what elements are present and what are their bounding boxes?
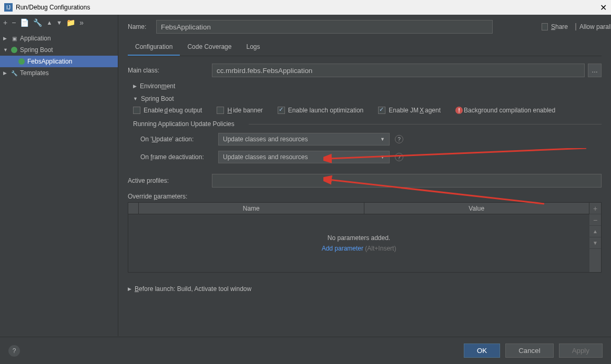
override-params-label: Override parameters: xyxy=(128,193,602,200)
chevron-right-icon: ▶ xyxy=(3,70,8,76)
share-checkbox[interactable]: SSharehare xyxy=(542,23,568,30)
add-icon[interactable]: + xyxy=(3,18,7,27)
table-side-buttons: + − ▲ ▼ xyxy=(589,203,601,272)
springboot-icon xyxy=(11,46,18,54)
config-tree: ▶ ▣ Application ▼ Spring Boot FebsApplic… xyxy=(0,30,118,81)
apply-button[interactable]: Apply xyxy=(559,344,603,358)
empty-message: No parameters added. xyxy=(328,234,390,242)
chevron-right-icon: ▶ xyxy=(3,36,8,41)
help-icon[interactable]: ? xyxy=(395,135,403,143)
chevron-down-icon: ▼ xyxy=(380,137,385,142)
expand-icon[interactable]: » xyxy=(79,18,84,27)
chevron-right-icon: ▶ xyxy=(133,84,137,89)
titlebar: IJ Run/Debug Configurations ✕ xyxy=(0,0,611,15)
app-icon: IJ xyxy=(4,3,13,12)
tree-springboot[interactable]: ▼ Spring Boot xyxy=(0,44,118,56)
table-add-button[interactable]: + xyxy=(589,203,601,214)
active-profiles-label: Active profiles: xyxy=(128,177,212,184)
warning-icon: ! xyxy=(455,107,463,114)
on-frame-label: On frame deactivation: xyxy=(140,153,218,161)
up-icon[interactable]: ▲ xyxy=(46,19,52,26)
tabs: Configuration Code Coverage Logs xyxy=(128,39,602,56)
tree-application[interactable]: ▶ ▣ Application xyxy=(0,33,118,44)
footer-help-button[interactable]: ? xyxy=(8,345,20,357)
table-value-header: Value xyxy=(364,203,590,214)
close-icon[interactable]: ✕ xyxy=(600,3,607,13)
content-panel: Name: SSharehare Allow parallel run Conf… xyxy=(118,15,611,336)
chevron-down-icon: ▼ xyxy=(3,47,8,53)
params-table: Name Value No parameters added. Add para… xyxy=(128,202,602,273)
window-title: Run/Debug Configurations xyxy=(16,4,90,11)
remove-icon[interactable]: − xyxy=(12,18,16,27)
tab-coverage[interactable]: Code Coverage xyxy=(180,39,239,56)
sidebar: + − 📄 🔧 ▲ ▼ 📁 » ▶ ▣ Application ▼ Sprin xyxy=(0,15,118,336)
on-update-label: On 'Update' action: xyxy=(140,136,218,143)
add-param-hint: (Alt+Insert) xyxy=(365,245,396,252)
table-checkbox-col xyxy=(128,203,139,214)
application-icon: ▣ xyxy=(11,35,18,42)
settings-icon[interactable]: 🔧 xyxy=(33,18,42,27)
table-up-button[interactable]: ▲ xyxy=(589,226,601,237)
main-class-label: Main class: xyxy=(128,67,212,74)
debug-checkbox[interactable]: Enable debug output xyxy=(133,107,202,114)
main-class-input[interactable] xyxy=(212,64,585,77)
springboot-section[interactable]: ▼ Spring Boot xyxy=(133,95,602,102)
table-down-button[interactable]: ▼ xyxy=(589,237,601,249)
name-input[interactable] xyxy=(156,20,493,34)
chevron-right-icon: ▶ xyxy=(128,286,131,292)
copy-icon[interactable]: 📄 xyxy=(20,18,29,27)
tab-configuration[interactable]: Configuration xyxy=(128,39,180,56)
down-icon[interactable]: ▼ xyxy=(56,19,62,26)
cancel-button[interactable]: Cancel xyxy=(505,344,554,358)
table-remove-button[interactable]: − xyxy=(589,214,601,226)
chevron-down-icon: ▼ xyxy=(380,154,385,160)
on-frame-select[interactable]: Update classes and resources▼ xyxy=(218,151,390,163)
footer: ? OK Cancel Apply xyxy=(0,337,611,364)
policies-label: Running Application Update Policies xyxy=(133,120,602,128)
add-parameter-link[interactable]: Add parameter xyxy=(322,245,363,252)
folder-icon[interactable]: 📁 xyxy=(66,18,75,27)
jmx-checkbox[interactable]: Enable JMX agent xyxy=(378,107,441,114)
on-update-select[interactable]: Update classes and resources▼ xyxy=(218,133,390,145)
name-label: Name: xyxy=(128,23,154,30)
chevron-down-icon: ▼ xyxy=(133,96,138,101)
wrench-icon: 🔧 xyxy=(11,69,18,77)
bg-compile-warning: ! Background compilation enabled xyxy=(455,107,555,114)
springboot-icon xyxy=(18,58,25,65)
help-icon[interactable]: ? xyxy=(395,153,403,161)
hidebanner-checkbox[interactable]: Hide banner xyxy=(217,107,262,114)
browse-button[interactable]: … xyxy=(588,64,602,77)
environment-section[interactable]: ▶ Environment xyxy=(133,82,602,90)
sidebar-toolbar: + − 📄 🔧 ▲ ▼ 📁 » xyxy=(0,15,118,30)
ok-button[interactable]: OK xyxy=(464,344,500,358)
tab-logs[interactable]: Logs xyxy=(239,39,267,56)
table-name-header: Name xyxy=(139,203,364,214)
parallel-checkbox[interactable]: Allow parallel run xyxy=(575,23,602,30)
active-profiles-input[interactable] xyxy=(212,174,602,188)
tree-templates[interactable]: ▶ 🔧 Templates xyxy=(0,67,118,79)
tree-febsapp[interactable]: FebsApplication xyxy=(0,56,118,67)
before-launch-section[interactable]: ▶ Before launch: Build, Activate tool wi… xyxy=(128,285,602,293)
launchopt-checkbox[interactable]: Enable launch optimization xyxy=(278,107,363,114)
